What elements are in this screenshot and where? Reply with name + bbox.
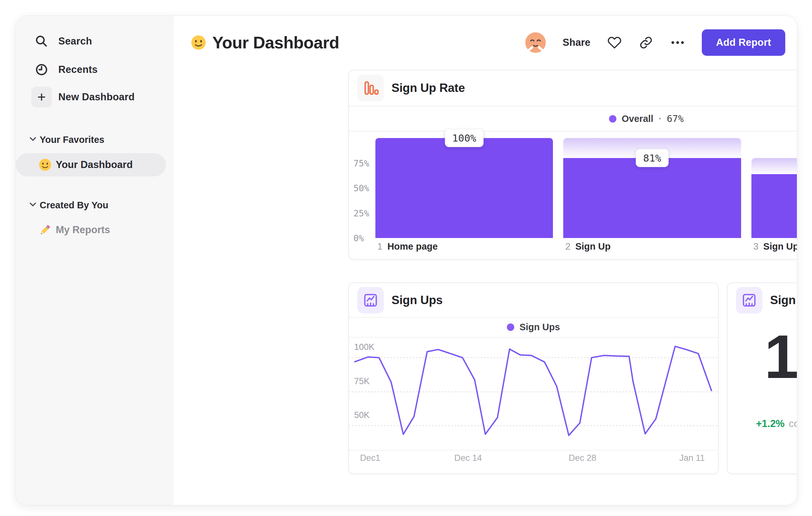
sidebar-item-recents[interactable]: Recents: [16, 55, 174, 84]
funnel-bars-icon: [357, 75, 384, 101]
step-label: 3 Sign Up Confirmation: [751, 241, 797, 252]
chevron-down-icon: [29, 202, 36, 208]
sign-up-rate-card: Sign Up Rate Overall · 67% 0% 25% 50%: [348, 70, 797, 260]
x-axis-line: [349, 450, 718, 451]
card-header: Sign Up Rate: [349, 70, 797, 106]
sign-ups-card: Sign Ups Sign Ups 100K 75K: [348, 282, 719, 474]
funnel-bar: [751, 174, 797, 238]
kpi-value: 100K: [728, 324, 797, 389]
sidebar-item-new-dashboard[interactable]: New Dashboard: [16, 83, 174, 111]
divider: [349, 131, 797, 132]
sidebar-section-your-favorites[interactable]: Your Favorites: [16, 129, 174, 150]
sidebar-item-label: Recents: [58, 64, 98, 76]
plus-icon: [31, 87, 52, 107]
line-legend: Sign Ups: [349, 318, 718, 336]
kpi-delta-row: +1.2% compared to previous period: [728, 418, 797, 430]
legend-dot: [507, 323, 514, 331]
legend-label: Sign Ups: [519, 322, 560, 332]
smiley-emoji: [191, 34, 207, 51]
funnel-dropoff-area: [751, 158, 797, 174]
plus-icon-box: [31, 87, 52, 107]
card-header: Sign Ups Today: [728, 283, 797, 317]
pencil-emoji: [38, 223, 52, 237]
share-button[interactable]: Share: [562, 37, 590, 48]
funnel-x-labels: 1 Home page 2 Sign Up 3 Sign Up Confirma…: [375, 241, 797, 252]
signups-line: [355, 346, 712, 435]
screen: Search Recents New Dashboard: [0, 0, 812, 516]
step-number: 3: [753, 241, 758, 252]
card-header: Sign Ups: [349, 283, 718, 317]
funnel-step-home-page: 100%: [375, 138, 553, 238]
line-chart-icon: [736, 287, 762, 314]
legend-value: 67%: [667, 113, 684, 124]
delta-note: compared to previous period: [789, 418, 797, 430]
y-axis-tick: 100K: [354, 342, 383, 352]
y-axis-tick: 75K: [354, 376, 383, 386]
funnel-bar: [375, 138, 553, 238]
sidebar-item-label: Search: [58, 35, 92, 47]
legend-dot: [609, 115, 616, 123]
chevron-down-icon: [29, 137, 36, 142]
y-axis-tick: 75%: [353, 158, 369, 168]
smiley-emoji: [38, 158, 52, 171]
x-axis-ticks: Dec1 Dec 14 Dec 28 Jan 11: [349, 453, 718, 466]
delta-badge: +1.2%: [756, 418, 785, 430]
search-icon: [31, 31, 52, 52]
ellipsis-icon[interactable]: [670, 35, 685, 50]
funnel-step-sign-up-confirmation: 82%: [751, 138, 797, 238]
section-label: Your Favorites: [40, 134, 105, 145]
app-window: Search Recents New Dashboard: [16, 16, 797, 505]
section-label: Created By You: [40, 200, 108, 211]
legend-separator: ·: [659, 113, 662, 124]
header-actions: Share Add Report: [525, 29, 785, 56]
line-chart-svg: [349, 337, 718, 450]
sidebar-item-label: My Reports: [56, 224, 110, 236]
sidebar-section-created-by-you[interactable]: Created By You: [16, 195, 174, 215]
sidebar-item-search[interactable]: Search: [16, 27, 174, 55]
sidebar: Search Recents New Dashboard: [16, 16, 174, 505]
x-axis-tick: Dec1: [360, 453, 380, 463]
sidebar-item-my-reports[interactable]: My Reports: [16, 218, 166, 242]
sidebar-item-label: New Dashboard: [58, 91, 135, 103]
sign-ups-today-card: Sign Ups Today 100K Unique Users +1.2% c…: [727, 282, 797, 474]
step-name: Sign Up Confirmation: [763, 241, 797, 252]
conversion-badge: 100%: [445, 129, 484, 147]
step-label: 2 Sign Up: [563, 241, 741, 252]
heart-icon[interactable]: [607, 35, 622, 50]
funnel-bar: [563, 158, 741, 238]
y-axis-tick: 50K: [354, 410, 383, 420]
funnel-step-sign-up: 81%: [563, 138, 741, 238]
line-chart-icon: [357, 287, 384, 314]
step-name: Home page: [387, 241, 438, 252]
x-axis-tick: Jan 11: [679, 453, 705, 463]
sidebar-item-label: Your Dashboard: [56, 159, 133, 171]
sign-ups-line-chart: 100K 75K 50K: [349, 337, 718, 450]
y-axis-tick: 25%: [353, 208, 369, 218]
card-title: Sign Ups Today: [770, 294, 797, 307]
sidebar-item-your-dashboard[interactable]: Your Dashboard: [16, 153, 166, 176]
card-title: Sign Ups: [392, 294, 443, 307]
dashboard-header: Your Dashboard Share Add Repor: [191, 28, 785, 57]
step-number: 2: [565, 241, 570, 252]
card-title: Sign Up Rate: [392, 81, 465, 95]
x-axis-tick: Dec 14: [454, 453, 482, 463]
step-number: 1: [377, 241, 382, 252]
legend-label: Overall: [621, 113, 653, 124]
y-axis-tick: 50%: [353, 183, 369, 193]
avatar[interactable]: [525, 32, 546, 53]
kpi-label: Unique Users: [728, 395, 797, 408]
x-axis-tick: Dec 28: [569, 453, 597, 463]
funnel-legend: Overall · 67%: [349, 106, 797, 131]
link-icon[interactable]: [639, 35, 654, 50]
add-report-button[interactable]: Add Report: [702, 29, 785, 56]
page-title: Your Dashboard: [212, 33, 339, 52]
conversion-badge: 81%: [636, 149, 669, 167]
step-label: 1 Home page: [375, 241, 553, 252]
main-content: Your Dashboard Share Add Repor: [174, 16, 797, 505]
y-axis-tick: 0%: [353, 233, 364, 243]
funnel-chart: 100% 81% 82%: [375, 138, 797, 238]
step-name: Sign Up: [575, 241, 611, 252]
recents-clock-icon: [31, 59, 52, 80]
